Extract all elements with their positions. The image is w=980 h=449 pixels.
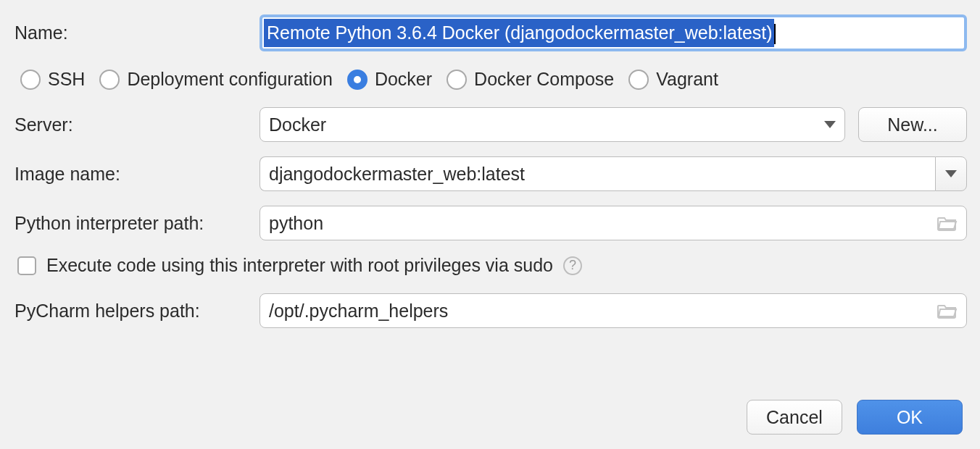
interpreter-path-value: python	[269, 213, 323, 234]
interpreter-path-label: Python interpreter path:	[13, 213, 259, 234]
radio-label: Docker Compose	[474, 69, 614, 90]
connection-type-radiogroup: SSH Deployment configuration Docker Dock…	[13, 69, 967, 90]
radio-label: Deployment configuration	[127, 69, 333, 90]
name-label: Name:	[13, 22, 259, 43]
image-name-value: djangodockermaster_web:latest	[269, 164, 525, 185]
helpers-path-value: /opt/.pycharm_helpers	[269, 301, 448, 322]
folder-open-icon[interactable]	[937, 303, 958, 319]
chevron-down-icon	[945, 170, 957, 177]
image-name-combo[interactable]: djangodockermaster_web:latest	[259, 156, 967, 191]
folder-open-icon[interactable]	[937, 215, 958, 231]
radio-icon	[447, 70, 467, 90]
helpers-path-input[interactable]: /opt/.pycharm_helpers	[259, 293, 967, 328]
chevron-down-icon	[824, 121, 836, 128]
name-input[interactable]: Remote Python 3.6.4 Docker (djangodocker…	[259, 14, 967, 51]
radio-docker-compose[interactable]: Docker Compose	[447, 69, 614, 90]
helpers-path-label: PyCharm helpers path:	[13, 301, 259, 322]
ok-button[interactable]: OK	[857, 400, 963, 435]
cancel-button[interactable]: Cancel	[747, 400, 842, 435]
server-select[interactable]: Docker	[259, 107, 845, 142]
radio-label: Docker	[375, 69, 432, 90]
image-name-dropdown-button[interactable]	[935, 156, 967, 191]
radio-docker[interactable]: Docker	[347, 69, 432, 90]
new-server-button[interactable]: New...	[858, 107, 967, 142]
sudo-checkbox-label: Execute code using this interpreter with…	[46, 255, 553, 276]
interpreter-path-input[interactable]: python	[259, 206, 967, 240]
radio-icon	[347, 70, 368, 90]
radio-icon	[628, 70, 649, 90]
text-cursor	[774, 24, 776, 44]
configure-remote-interpreter-dialog: Name: Remote Python 3.6.4 Docker (django…	[0, 0, 980, 449]
dialog-footer: Cancel OK	[747, 400, 963, 435]
image-name-label: Image name:	[13, 164, 259, 185]
server-select-value: Docker	[269, 114, 326, 135]
server-label: Server:	[13, 114, 259, 135]
radio-vagrant[interactable]: Vagrant	[628, 69, 718, 90]
radio-label: Vagrant	[656, 69, 718, 90]
name-input-selection: Remote Python 3.6.4 Docker (djangodocker…	[264, 19, 774, 47]
radio-deployment[interactable]: Deployment configuration	[99, 69, 333, 90]
radio-label: SSH	[48, 69, 85, 90]
help-icon[interactable]: ?	[563, 256, 582, 275]
radio-icon	[20, 70, 41, 90]
radio-ssh[interactable]: SSH	[20, 69, 85, 90]
sudo-checkbox[interactable]	[17, 256, 36, 275]
radio-icon	[99, 70, 120, 90]
